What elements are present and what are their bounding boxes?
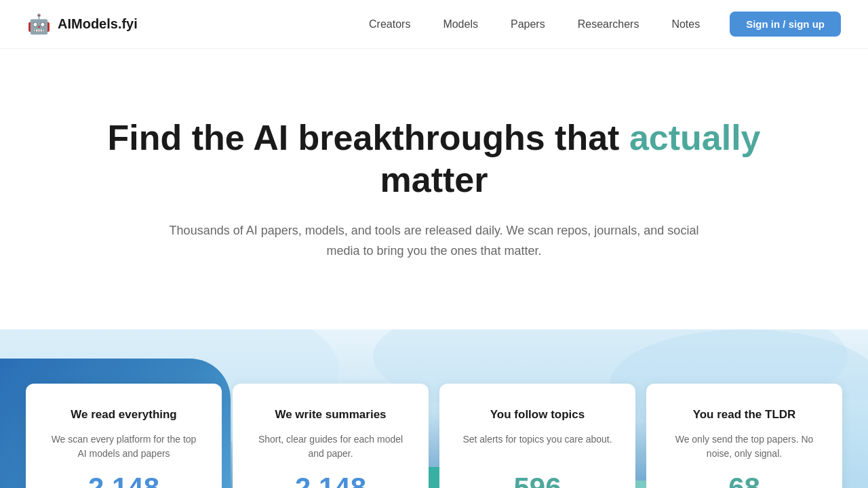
stat-card-title-0: We read everything	[47, 408, 200, 422]
hero-title-end: matter	[380, 160, 488, 199]
stat-card-title-3: You read the TLDR	[668, 408, 821, 422]
header: 🤖 AIModels.fyi Creators Models Papers Re…	[0, 0, 868, 49]
hero-section: Find the AI breakthroughs that actually …	[61, 49, 807, 316]
nav-models[interactable]: Models	[429, 13, 492, 36]
logo-icon: 🤖	[27, 13, 51, 35]
stat-card-2: You follow topics Set alerts for topics …	[439, 384, 635, 488]
stat-number-0: 2,148	[47, 472, 200, 488]
nav-notes[interactable]: Notes	[658, 13, 713, 36]
stat-number-1: 2,148	[254, 472, 407, 488]
hero-title-highlight: actually	[629, 118, 761, 157]
stat-card-desc-1: Short, clear guides for each model and p…	[254, 432, 407, 461]
nav-creators[interactable]: Creators	[355, 13, 424, 36]
stat-card-1: We write summaries Short, clear guides f…	[233, 384, 429, 488]
stat-number-3: 68	[668, 472, 821, 488]
hero-title: Find the AI breakthroughs that actually …	[88, 117, 780, 201]
sign-in-button[interactable]: Sign in / sign up	[730, 12, 841, 37]
stats-section: We read everything We scan every platfor…	[0, 329, 868, 488]
logo[interactable]: 🤖 AIModels.fyi	[27, 13, 138, 35]
stat-card-title-1: We write summaries	[254, 408, 407, 422]
stat-card-desc-3: We only send the top papers. No noise, o…	[668, 432, 821, 461]
stat-number-2: 596	[461, 472, 614, 488]
nav-papers[interactable]: Papers	[497, 13, 559, 36]
stat-card-0: We read everything We scan every platfor…	[26, 384, 222, 488]
hero-title-start: Find the AI breakthroughs that	[107, 118, 629, 157]
nav-researchers[interactable]: Researchers	[564, 13, 653, 36]
stat-card-desc-0: We scan every platform for the top AI mo…	[47, 432, 200, 461]
stats-cards: We read everything We scan every platfor…	[0, 384, 868, 488]
main-nav: Creators Models Papers Researchers Notes…	[355, 12, 841, 37]
logo-text: AIModels.fyi	[58, 16, 138, 32]
hero-subtitle: Thousands of AI papers, models, and tool…	[156, 220, 712, 262]
stat-card-desc-2: Set alerts for topics you care about.	[461, 432, 614, 461]
stat-card-title-2: You follow topics	[461, 408, 614, 422]
stat-card-3: You read the TLDR We only send the top p…	[646, 384, 842, 488]
